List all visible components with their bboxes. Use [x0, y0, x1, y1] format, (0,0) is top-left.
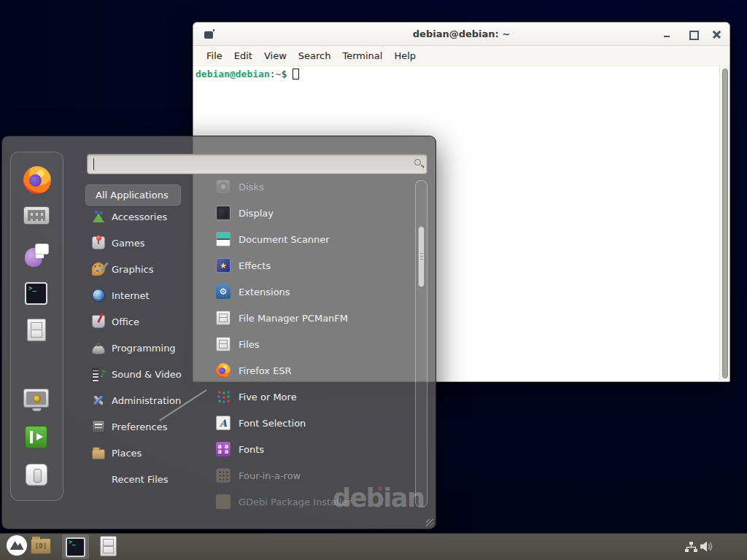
app-fonts[interactable]: Fonts [206, 436, 420, 462]
category-graphics[interactable]: Graphics [85, 256, 209, 282]
menu-help[interactable]: Help [388, 50, 422, 61]
menu-button[interactable] [6, 534, 28, 556]
app-file-manager-pcmanfm[interactable]: File Manager PCManFM [206, 305, 420, 331]
app-effects[interactable]: Effects [206, 252, 420, 279]
search-input[interactable] [87, 154, 427, 174]
category-accessories[interactable]: Accessories [85, 203, 209, 230]
favorite-pidgin-button[interactable] [24, 242, 49, 267]
menu-scrollbar-thumb[interactable] [418, 226, 425, 287]
app-display[interactable]: Display [206, 200, 420, 226]
preferences-icon [92, 420, 105, 433]
app-font-selection[interactable]: Font Selection [206, 410, 420, 436]
favorite-terminal-button[interactable] [25, 282, 47, 305]
all-applications-button[interactable]: All Applications [85, 184, 181, 206]
fonts-icon [216, 442, 231, 456]
app-firefox-esr[interactable]: Firefox ESR [206, 357, 420, 384]
favorite-firefox-button[interactable] [23, 166, 51, 194]
app-files[interactable]: Files [206, 331, 420, 357]
menu-terminal[interactable]: Terminal [336, 50, 388, 61]
accessories-icon [92, 210, 105, 223]
terminal-scrollbar[interactable] [719, 66, 729, 381]
resize-grip[interactable] [426, 519, 433, 526]
disks-icon [216, 179, 231, 194]
distro-logo-icon [6, 534, 28, 556]
terminal-title: debian@debian: ~ [193, 28, 729, 39]
category-internet[interactable]: Internet [85, 282, 209, 308]
terminal-icon [25, 282, 47, 305]
app-label: Effects [239, 260, 271, 271]
lock-screen-button[interactable] [23, 389, 49, 408]
all-applications-label: All Applications [96, 190, 169, 201]
app-label: Files [239, 339, 260, 350]
sound-video-icon [92, 368, 105, 381]
app-label: Extensions [239, 287, 290, 298]
app-label: Document Scanner [239, 234, 330, 245]
terminal-scrollbar-thumb[interactable] [722, 69, 728, 378]
app-label: Display [239, 208, 274, 219]
places-icon [92, 449, 105, 459]
app-label: Font Selection [239, 418, 306, 429]
app-disks[interactable]: Disks [206, 174, 420, 200]
category-label: Administration [112, 395, 181, 406]
taskbar-folder-button[interactable] [31, 538, 51, 554]
menu-file[interactable]: File [201, 50, 228, 61]
log-out-button[interactable] [25, 426, 47, 448]
internet-icon [92, 289, 105, 302]
administration-icon [92, 394, 105, 407]
menu-view[interactable]: View [258, 50, 293, 61]
category-sound-video[interactable]: Sound & Video [85, 361, 209, 387]
menu-scrollbar[interactable] [415, 180, 427, 508]
desktop-screen: debian debian@debian: ~ File Edit View S… [0, 0, 747, 560]
close-button[interactable] [713, 30, 721, 39]
menu-search[interactable]: Search [293, 50, 337, 61]
log-out-icon [25, 426, 47, 448]
prompt-colon: : [270, 69, 276, 79]
maximize-button[interactable] [689, 30, 697, 39]
category-games[interactable]: Games [85, 230, 209, 256]
category-label: Preferences [112, 421, 167, 432]
favorite-file-manager-button[interactable] [27, 319, 46, 341]
minimize-button[interactable] [662, 30, 671, 39]
favorite-keyboard-button[interactable] [23, 206, 50, 225]
app-label: Five or More [239, 392, 297, 402]
graphics-icon [92, 262, 105, 276]
shut-down-button[interactable] [26, 464, 47, 486]
display-icon [216, 206, 231, 220]
taskbar-files-button[interactable] [100, 536, 117, 556]
app-document-scanner[interactable]: Document Scanner [206, 226, 420, 252]
category-recent-files[interactable]: Recent Files [85, 466, 209, 492]
app-label: File Manager PCManFM [239, 313, 348, 324]
app-extensions[interactable]: Extensions [206, 279, 420, 305]
terminal-menubar: File Edit View Search Terminal Help [193, 46, 729, 66]
menu-edit[interactable]: Edit [228, 50, 258, 61]
category-programming[interactable]: Programming [85, 335, 209, 361]
category-label: Accessories [112, 211, 167, 222]
shut-down-icon [26, 464, 47, 486]
firefox-icon [216, 363, 231, 378]
file-cabinet-icon [27, 319, 46, 341]
volume-icon[interactable] [700, 541, 713, 555]
file-cabinet-icon [216, 337, 231, 351]
effects-icon [216, 258, 231, 273]
category-label: Office [112, 316, 139, 327]
network-icon[interactable] [685, 542, 697, 556]
app-five-or-more[interactable]: Five or More [206, 384, 420, 410]
category-office[interactable]: Office [85, 308, 209, 335]
text-caret [93, 158, 94, 170]
app-label: Four-in-a-row [239, 470, 301, 481]
gdebi-icon [216, 494, 231, 509]
lock-screen-icon [23, 389, 49, 408]
font-selection-icon [216, 416, 231, 430]
terminal-titlebar[interactable]: debian@debian: ~ [193, 23, 729, 46]
five-or-more-icon [216, 389, 231, 404]
app-four-in-a-row[interactable]: Four-in-a-row [206, 462, 420, 489]
menu-search [87, 154, 427, 174]
category-preferences[interactable]: Preferences [85, 413, 209, 440]
prompt-symbol: $ [281, 69, 287, 79]
category-label: Graphics [112, 264, 153, 275]
document-scanner-icon [216, 232, 231, 246]
category-list: Accessories Games Graphics Internet Offi… [85, 203, 209, 492]
category-places[interactable]: Places [85, 440, 209, 466]
app-gdebi-package-installer[interactable]: GDebi Package Installer [206, 489, 420, 512]
taskbar-terminal-button[interactable] [62, 534, 89, 559]
